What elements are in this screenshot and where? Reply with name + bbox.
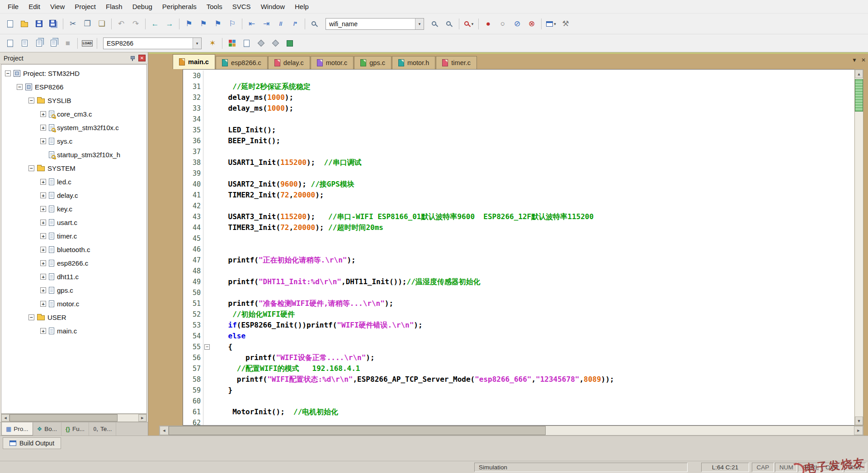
clear-all-bookmarks-button[interactable]: ⚐ [225, 17, 240, 31]
tree-item-system-stm32f10x-c[interactable]: +system_stm32f10x.c [1, 121, 146, 134]
menu-edit[interactable]: Edit [24, 1, 45, 12]
expander-icon[interactable]: + [40, 179, 46, 185]
line-number[interactable]: 57 [183, 363, 203, 374]
enable-disable-breakpoint-button[interactable]: ○ [495, 17, 510, 31]
scrollbar-thumb[interactable] [169, 426, 546, 435]
menu-debug[interactable]: Debug [127, 1, 157, 12]
paste-button[interactable]: ❏ [94, 17, 109, 31]
line-number[interactable]: 60 [183, 396, 203, 407]
code-line[interactable]: 34 [183, 114, 854, 125]
configure-tools-button[interactable]: ⚒ [558, 17, 573, 31]
redo-button[interactable]: ↷ [128, 17, 143, 31]
expander-icon[interactable]: + [40, 125, 46, 131]
line-number[interactable]: 39 [183, 168, 203, 179]
disable-all-breakpoints-button[interactable]: ⊘ [510, 17, 524, 31]
close-file-button[interactable]: ✕ [861, 57, 866, 63]
tree-item-sys-c[interactable]: +sys.c [1, 134, 146, 148]
line-number[interactable]: 62 [183, 417, 203, 426]
editor-tab-delay-c[interactable]: delay.c [268, 56, 310, 69]
line-number[interactable]: 34 [183, 114, 203, 125]
save-button[interactable] [32, 17, 46, 31]
fold-collapse-icon[interactable]: − [204, 344, 210, 350]
undo-button[interactable]: ↶ [114, 17, 128, 31]
code-line[interactable]: 46 [183, 244, 854, 255]
menu-svcs[interactable]: SVCS [227, 1, 256, 12]
line-number[interactable]: 36 [183, 136, 203, 146]
line-number[interactable]: 61 [183, 407, 203, 417]
code-line[interactable]: 50 [183, 287, 854, 298]
scroll-right-icon[interactable]: ► [854, 426, 863, 435]
code-line[interactable]: 61 MotorInit(); //电机初始化 [183, 407, 854, 417]
panel-tab-te[interactable]: 0,Te... [89, 422, 116, 436]
tree-item-usart-c[interactable]: +usart.c [1, 215, 146, 229]
open-file-button[interactable] [17, 17, 32, 31]
line-number[interactable]: 33 [183, 103, 203, 114]
replace-button[interactable] [442, 17, 457, 31]
line-number[interactable]: 50 [183, 287, 203, 298]
code-line[interactable]: 42 [183, 201, 854, 211]
expander-icon[interactable]: + [40, 206, 46, 212]
expander-icon[interactable]: + [40, 260, 46, 266]
expander-icon[interactable]: + [40, 274, 46, 280]
menu-peripherals[interactable]: Peripherals [157, 1, 202, 12]
code-line[interactable]: 33 delay_ms(1000); [183, 103, 854, 114]
scroll-left-icon[interactable]: ◄ [160, 426, 169, 435]
expander-icon[interactable]: + [40, 192, 46, 198]
tree-item-key-c[interactable]: +key.c [1, 202, 146, 215]
code-line[interactable]: 49 printf("DHT11_Init:%d\r\n",DHT11_Init… [183, 276, 854, 287]
cut-button[interactable]: ✂ [66, 17, 80, 31]
expander-icon[interactable]: + [40, 247, 46, 253]
code-line[interactable]: 56 printf("WIFI设备正常....\r\n"); [183, 352, 854, 363]
pin-icon[interactable] [129, 55, 136, 61]
scrollbar-thumb[interactable] [855, 79, 863, 112]
stop-build-button[interactable]: ■ [61, 37, 75, 50]
manage-books-button[interactable] [239, 37, 254, 50]
scrollbar-thumb[interactable] [9, 414, 118, 421]
menu-tools[interactable]: Tools [202, 1, 227, 12]
editor-tab-gps-c[interactable]: gps.c [354, 56, 392, 69]
line-number[interactable]: 49 [183, 276, 203, 287]
options-for-target-button[interactable]: ✶ [205, 37, 220, 50]
code-line[interactable]: 30 [183, 70, 854, 81]
code-line[interactable]: 54 else [183, 331, 854, 342]
tree-item-gps-c[interactable]: +gps.c [1, 283, 146, 297]
line-number[interactable]: 59 [183, 385, 203, 396]
line-number[interactable]: 43 [183, 211, 203, 222]
tree-item-project-stm32hd[interactable]: −Project: STM32HD [1, 66, 146, 80]
find-in-files-button[interactable] [307, 17, 322, 31]
previous-bookmark-button[interactable]: ⚑ [196, 17, 211, 31]
scroll-down-icon[interactable]: ▼ [855, 417, 863, 425]
code-line[interactable]: 38 USART1_Init(115200); //串口调试 [183, 157, 854, 168]
expander-icon[interactable]: − [28, 314, 34, 320]
line-number[interactable]: 52 [183, 309, 203, 320]
code-line[interactable]: 47 printf("正在初始化请稍等.\r\n"); [183, 255, 854, 266]
save-all-button[interactable] [46, 17, 61, 31]
expander-icon[interactable]: − [17, 84, 23, 90]
code-line[interactable]: 60 [183, 396, 854, 407]
expander-icon[interactable]: + [40, 220, 46, 225]
search-input[interactable] [326, 19, 415, 29]
uncomment-selection-button[interactable]: /* [288, 17, 302, 31]
find-button[interactable] [428, 17, 442, 31]
target-dropdown-button[interactable]: ▾ [193, 38, 201, 49]
project-tree-hscrollbar[interactable]: ◄ ► [1, 414, 147, 422]
line-number[interactable]: 40 [183, 179, 203, 190]
code-line[interactable]: 32 delay_ms(1000); [183, 92, 854, 103]
build-target-button[interactable] [17, 37, 32, 50]
code-line[interactable]: 62 [183, 417, 854, 426]
line-number[interactable]: 37 [183, 146, 203, 157]
unindent-button[interactable]: ⇤ [245, 17, 259, 31]
line-number[interactable]: 31 [183, 81, 203, 92]
batch-build-button[interactable] [46, 37, 61, 50]
close-panel-button[interactable]: ✕ [138, 55, 146, 61]
line-number[interactable]: 55 [183, 342, 203, 352]
code-line[interactable]: 31 //延时2秒保证系统稳定 [183, 81, 854, 92]
code-line[interactable]: 53 if(ESP8266_Init())printf("WIFI硬件错误.\r… [183, 320, 854, 331]
expander-icon[interactable]: + [40, 287, 46, 293]
expander-icon[interactable]: + [40, 138, 46, 144]
editor-tab-esp8266-c[interactable]: esp8266.c [216, 56, 268, 69]
new-file-button[interactable] [3, 17, 17, 31]
code-editor[interactable]: 3031 //延时2秒保证系统稳定32 delay_ms(1000);33 de… [183, 69, 854, 426]
line-number[interactable]: 56 [183, 352, 203, 363]
expander-icon[interactable]: + [40, 111, 46, 117]
